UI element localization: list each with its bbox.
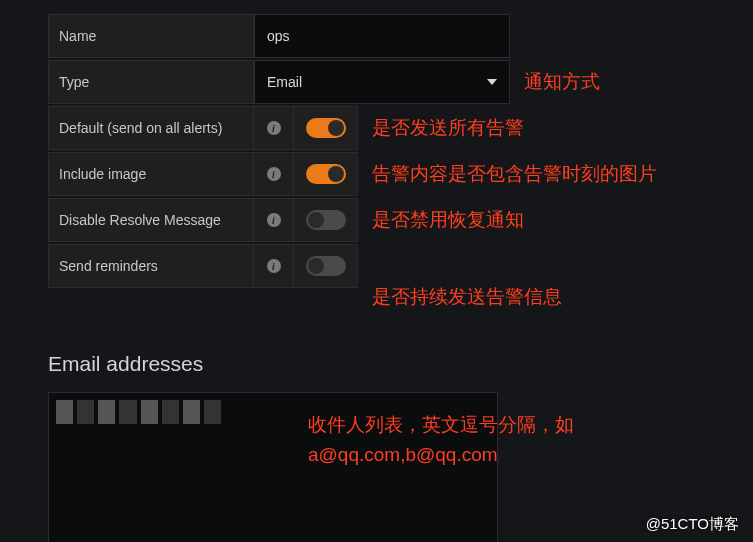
name-input[interactable] [267, 28, 497, 44]
email-annotation: 收件人列表，英文逗号分隔，如 a@qq.com,b@qq.com [308, 410, 574, 471]
info-icon: i [267, 121, 281, 135]
info-icon: i [267, 259, 281, 273]
info-icon: i [267, 167, 281, 181]
name-input-wrap[interactable] [254, 14, 510, 58]
row-default: Default (send on all alerts) i 是否发送所有告警 [48, 106, 753, 150]
disable-resolve-label: Disable Resolve Message [48, 198, 254, 242]
row-name: Name [48, 14, 753, 58]
email-annot-line2: a@qq.com,b@qq.com [308, 440, 574, 470]
email-annot-line1: 收件人列表，英文逗号分隔，如 [308, 410, 574, 440]
send-reminders-toggle-cell [294, 244, 358, 288]
default-toggle[interactable] [306, 118, 346, 138]
disable-resolve-toggle-cell [294, 198, 358, 242]
watermark: @51CTO博客 [646, 515, 739, 534]
default-toggle-cell [294, 106, 358, 150]
disable-resolve-annotation: 是否禁用恢复通知 [372, 207, 524, 233]
default-label: Default (send on all alerts) [48, 106, 254, 150]
type-select[interactable]: Email [254, 60, 510, 104]
settings-form: Name Type Email 通知方式 Default (send on al… [0, 0, 753, 542]
include-image-toggle[interactable] [306, 164, 346, 184]
redacted-content [56, 400, 221, 424]
send-reminders-info[interactable]: i [254, 244, 294, 288]
send-reminders-toggle[interactable] [306, 256, 346, 276]
row-send-reminders: Send reminders i [48, 244, 753, 288]
type-label: Type [48, 60, 254, 104]
chevron-down-icon [487, 79, 497, 85]
row-include-image: Include image i 告警内容是否包含告警时刻的图片 [48, 152, 753, 196]
include-image-info[interactable]: i [254, 152, 294, 196]
disable-resolve-info[interactable]: i [254, 198, 294, 242]
row-type: Type Email 通知方式 [48, 60, 753, 104]
send-reminders-label: Send reminders [48, 244, 254, 288]
name-label: Name [48, 14, 254, 58]
default-info[interactable]: i [254, 106, 294, 150]
disable-resolve-toggle[interactable] [306, 210, 346, 230]
default-annotation: 是否发送所有告警 [372, 115, 524, 141]
row-disable-resolve: Disable Resolve Message i 是否禁用恢复通知 [48, 198, 753, 242]
type-selected-value: Email [267, 74, 302, 90]
include-image-toggle-cell [294, 152, 358, 196]
email-heading: Email addresses [48, 352, 753, 376]
include-image-label: Include image [48, 152, 254, 196]
type-annotation: 通知方式 [524, 69, 600, 95]
send-reminders-annotation: 是否持续发送告警信息 [372, 284, 753, 310]
include-image-annotation: 告警内容是否包含告警时刻的图片 [372, 161, 657, 187]
email-textarea-wrap: 收件人列表，英文逗号分隔，如 a@qq.com,b@qq.com [48, 392, 498, 542]
info-icon: i [267, 213, 281, 227]
